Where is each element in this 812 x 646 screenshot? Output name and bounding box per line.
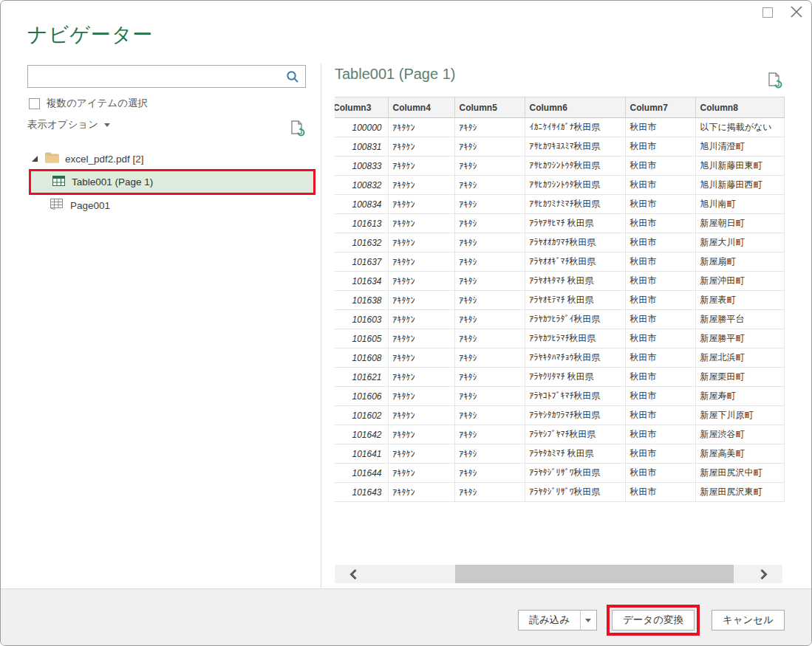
search-icon[interactable] [285,69,300,87]
column-header[interactable]: Column3 [335,97,388,118]
scrollbar-thumb[interactable] [455,565,734,583]
table-cell: 秋田市 [625,252,695,272]
table-cell: 秋田市 [625,464,695,483]
table-cell: ｱｷﾀｼ [454,425,525,444]
table-cell: ｱｷﾀｼ [454,387,525,406]
load-dropdown-button[interactable] [580,610,597,630]
table-cell: 101606 [335,387,388,406]
close-icon[interactable] [788,4,805,20]
table-cell: ｱｷﾀｹﾝ [388,176,454,195]
display-options-dropdown[interactable]: 表示オプション [27,118,110,131]
table-row[interactable]: 101608ｱｷﾀｹﾝｱｷﾀｼｱﾗﾔｷﾀﾊﾏﾁｮｳ秋田県秋田市新屋北浜町 [335,348,784,368]
table-row[interactable]: 100831ｱｷﾀｹﾝｱｷﾀｼｱｻﾋｶﾜｷﾖｽﾐﾏ秋田県秋田市旭川清澄町 [335,137,784,157]
table-row[interactable]: 101632ｱｷﾀｹﾝｱｷﾀｼｱﾗﾔｵｵｶﾜﾏﾁ秋田県秋田市新屋大川町 [335,233,784,252]
column-header[interactable]: Column8 [695,97,784,118]
table-row[interactable]: 101613ｱｷﾀｹﾝｱｷﾀｼｱﾗﾔｱｻﾋﾏﾁ 秋田県秋田市新屋朝日町 [335,214,784,233]
table-cell: 秋田市 [625,272,695,291]
table-cell: 101605 [335,329,388,348]
table-row[interactable]: 101621ｱｷﾀｹﾝｱｷﾀｼｱﾗﾔｸﾘﾀﾏﾁ 秋田県秋田市新屋栗田町 [335,368,784,387]
table-row[interactable]: 101644ｱｷﾀｹﾝｱｷﾀｼｱﾗﾔﾀｼﾞﾘｻﾞﾜ秋田県秋田市新屋田尻沢中町 [335,464,784,483]
table-row[interactable]: 101641ｱｷﾀｹﾝｱｷﾀｼｱﾗﾔﾀｶﾐﾏﾁ 秋田県秋田市新屋高美町 [335,444,784,464]
table-cell: ｱｷﾀｼ [454,137,525,157]
tree-root-label: excel_pdf2.pdf [2] [65,154,144,165]
table-cell: 秋田市 [625,348,695,368]
table-cell: ｱﾗﾔｶﾂﾋﾗﾏﾁ秋田県 [525,329,625,348]
table-cell: 秋田市 [625,310,695,329]
tree-expander-icon[interactable] [32,156,38,162]
column-header[interactable]: Column4 [388,97,454,118]
table-cell: 101644 [335,464,388,483]
table-cell: ｱｷﾀｹﾝ [388,137,454,157]
table-cell: 101602 [335,406,388,425]
table-cell: 101643 [335,483,388,502]
table-cell: 新屋寿町 [695,387,784,406]
load-button[interactable]: 読み込み [518,610,581,630]
column-header[interactable]: Column5 [454,97,525,118]
table-cell: ｱﾗﾔｺﾄﾌﾞｷﾏﾁ秋田県 [525,387,625,406]
display-options-label: 表示オプション [27,118,98,131]
table-row[interactable]: 101643ｱｷﾀｹﾝｱｷﾀｼｱﾗﾔﾀｼﾞﾘｻﾞﾜ秋田県秋田市新屋田尻沢東町 [335,483,784,502]
tree-item-table001[interactable]: Table001 (Page 1) [31,171,313,193]
table-cell: 旭川清澄町 [695,137,784,157]
table-cell: ｱﾗﾔﾀｼﾞﾘｻﾞﾜ秋田県 [525,464,625,483]
preview-table: Column3Column4Column5Column6Column7Colum… [335,97,785,502]
table-cell: 101642 [335,425,388,444]
table-cell: ｱﾗﾔｷﾀﾊﾏﾁｮｳ秋田県 [525,348,625,368]
table-cell: ｱｷﾀｹﾝ [388,118,454,137]
table-cell: 100000 [335,118,388,137]
tree-item-pdf-root[interactable]: excel_pdf2.pdf [2] [32,151,144,167]
maximize-icon[interactable] [762,7,773,18]
multi-select-checkbox[interactable] [29,98,40,109]
table-row[interactable]: 100832ｱｷﾀｹﾝｱｷﾀｼｱｻﾋｶﾜｼﾝﾄｳﾀ秋田県秋田市旭川新藤田西町 [335,176,784,195]
preview-table-body: 100000ｱｷﾀｹﾝｱｷﾀｼｲｶﾆｹｲｻｲｶﾞﾅ秋田県秋田市以下に掲載がない1… [335,118,784,502]
table-cell: ｱｻﾋｶﾜﾐﾅﾐﾏﾁ秋田県 [525,195,625,214]
annotation-highlight-transform-button: データの変換 [607,605,700,636]
table-cell: 新屋高美町 [695,444,784,464]
preview-title: Table001 (Page 1) [335,66,455,83]
column-header[interactable]: Column6 [525,97,625,118]
table-cell: ｱﾗﾔｱｻﾋﾏﾁ 秋田県 [525,214,625,233]
table-row[interactable]: 101638ｱｷﾀｹﾝｱｷﾀｼｱﾗﾔｵﾓﾃﾏﾁ 秋田県秋田市新屋表町 [335,291,784,310]
table-row[interactable]: 101637ｱｷﾀｹﾝｱｷﾀｼｱﾗﾔｵｵｷﾞﾏﾁ秋田県秋田市新屋扇町 [335,252,784,272]
tree-item-label: Table001 (Page 1) [72,176,153,188]
table-row[interactable]: 101602ｱｷﾀｹﾝｱｷﾀｼｱﾗﾔｼﾀｶﾜﾗﾏﾁ秋田県秋田市新屋下川原町 [335,406,784,425]
table-cell: 新屋栗田町 [695,368,784,387]
table-row[interactable]: 101642ｱｷﾀｹﾝｱｷﾀｼｱﾗﾔｼﾌﾞﾔﾏﾁ秋田県秋田市新屋渋谷町 [335,425,784,444]
table-cell: 100833 [335,157,388,176]
navigator-dialog: ナビゲーター 複数のアイテムの選択 表示オプション [0,0,812,646]
search-box [27,65,306,88]
table-cell: ｱﾗﾔｶﾂﾋﾗﾀﾞｲ秋田県 [525,310,625,329]
horizontal-scrollbar[interactable] [335,565,782,583]
table-cell: 新屋勝平台 [695,310,784,329]
table-row[interactable]: 101606ｱｷﾀｹﾝｱｷﾀｼｱﾗﾔｺﾄﾌﾞｷﾏﾁ秋田県秋田市新屋寿町 [335,387,784,406]
table-cell: ｱｷﾀｼ [454,214,525,233]
table-row[interactable]: 101605ｱｷﾀｹﾝｱｷﾀｼｱﾗﾔｶﾂﾋﾗﾏﾁ秋田県秋田市新屋勝平町 [335,329,784,348]
table-cell: ｱﾗﾔﾀｶﾐﾏﾁ 秋田県 [525,444,625,464]
refresh-document-icon[interactable] [290,120,306,140]
cancel-button[interactable]: キャンセル [712,610,785,630]
refresh-document-icon[interactable] [767,72,783,92]
table-cell: ｱｷﾀｼ [454,368,525,387]
transform-data-button[interactable]: データの変換 [612,610,695,630]
table-cell: ｱｷﾀｼ [454,291,525,310]
table-cell: ｱｷﾀｹﾝ [388,387,454,406]
table-cell: 秋田市 [625,368,695,387]
table-cell: ｱｷﾀｹﾝ [388,233,454,252]
table-cell: ｱﾗﾔｼﾀｶﾜﾗﾏﾁ秋田県 [525,406,625,425]
table-cell: 新屋朝日町 [695,214,784,233]
table-cell: 秋田市 [625,195,695,214]
table-row[interactable]: 100000ｱｷﾀｹﾝｱｷﾀｼｲｶﾆｹｲｻｲｶﾞﾅ秋田県秋田市以下に掲載がない [335,118,784,137]
scroll-right-icon[interactable] [757,568,770,581]
table-row[interactable]: 100833ｱｷﾀｹﾝｱｷﾀｼｱｻﾋｶﾜｼﾝﾄｳﾀ秋田県秋田市旭川新藤田東町 [335,157,784,176]
table-cell: ｱｷﾀｼ [454,118,525,137]
table-row[interactable]: 100834ｱｷﾀｹﾝｱｷﾀｼｱｻﾋｶﾜﾐﾅﾐﾏﾁ秋田県秋田市旭川南町 [335,195,784,214]
table-cell: 新屋下川原町 [695,406,784,425]
table-row[interactable]: 101634ｱｷﾀｹﾝｱｷﾀｼｱﾗﾔｵｷﾀﾏﾁ 秋田県秋田市新屋沖田町 [335,272,784,291]
column-header[interactable]: Column7 [625,97,695,118]
table-cell: ｱｷﾀｼ [454,272,525,291]
scroll-left-icon[interactable] [347,568,361,581]
search-input[interactable] [33,68,280,85]
table-row[interactable]: 101603ｱｷﾀｹﾝｱｷﾀｼｱﾗﾔｶﾂﾋﾗﾀﾞｲ秋田県秋田市新屋勝平台 [335,310,784,329]
table-cell: ｱﾗﾔｵﾓﾃﾏﾁ 秋田県 [525,291,625,310]
tree-item-page001[interactable]: Page001 [50,197,110,213]
